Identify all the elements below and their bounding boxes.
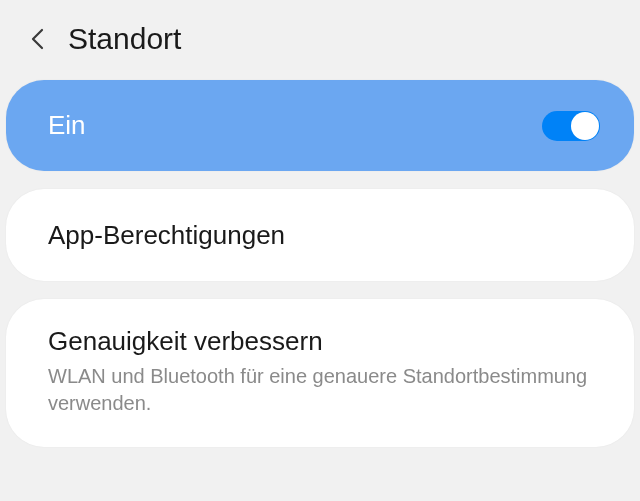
app-permissions-card: App-Berechtigungen <box>6 189 634 281</box>
switch-thumb <box>571 112 599 140</box>
app-permissions-item[interactable]: App-Berechtigungen <box>6 189 634 281</box>
item-title: Genauigkeit verbessern <box>48 325 592 359</box>
toggle-switch[interactable] <box>542 111 600 141</box>
location-toggle-row[interactable]: Ein <box>6 80 634 171</box>
item-subtitle: WLAN und Bluetooth für eine genauere Sta… <box>48 363 592 417</box>
toggle-label: Ein <box>48 110 86 141</box>
improve-accuracy-item[interactable]: Genauigkeit verbessern WLAN und Bluetoot… <box>6 299 634 447</box>
page-title: Standort <box>68 22 181 56</box>
back-icon[interactable] <box>30 27 44 51</box>
header: Standort <box>0 0 640 80</box>
item-title: App-Berechtigungen <box>48 219 592 253</box>
content: Ein App-Berechtigungen Genauigkeit verbe… <box>0 80 640 447</box>
improve-accuracy-card: Genauigkeit verbessern WLAN und Bluetoot… <box>6 299 634 447</box>
